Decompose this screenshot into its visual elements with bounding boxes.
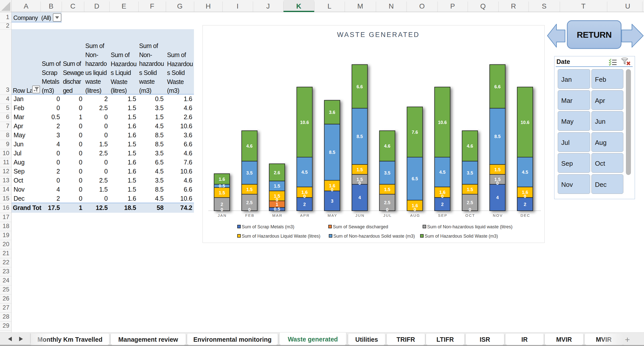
svg-text:1.5: 1.5 — [274, 184, 280, 189]
svg-text:Sum of Hazardous Solid Waste (: Sum of Hazardous Solid Waste (m3) — [425, 234, 498, 239]
svg-text:Sum of Non-hazardous liquid wa: Sum of Non-hazardous liquid waste (litre… — [427, 224, 512, 229]
svg-text:0: 0 — [496, 181, 499, 186]
svg-text:FEB: FEB — [245, 213, 255, 218]
svg-text:NOV: NOV — [493, 213, 503, 218]
svg-text:6.5: 6.5 — [412, 176, 418, 181]
svg-text:OCT: OCT — [465, 213, 475, 218]
svg-text:3.5: 3.5 — [246, 170, 253, 176]
svg-text:APR: APR — [300, 213, 310, 218]
svg-text:8.5: 8.5 — [329, 150, 335, 155]
svg-text:0: 0 — [441, 194, 444, 199]
svg-text:JAN: JAN — [218, 213, 227, 218]
svg-text:0: 0 — [221, 207, 223, 212]
svg-text:DEC: DEC — [520, 213, 530, 218]
svg-text:1.5: 1.5 — [494, 167, 501, 172]
svg-text:4: 4 — [358, 195, 361, 200]
svg-text:0.5: 0.5 — [219, 184, 225, 189]
svg-text:2: 2 — [221, 202, 223, 207]
svg-text:2.6: 2.6 — [274, 170, 280, 175]
svg-text:0: 0 — [358, 181, 361, 186]
svg-text:SEP: SEP — [438, 213, 448, 218]
svg-text:WASTE GENERATED: WASTE GENERATED — [337, 31, 420, 38]
svg-text:2.5: 2.5 — [246, 200, 253, 205]
svg-text:6.6: 6.6 — [356, 84, 363, 89]
svg-text:Sum of Non-hazardous Solid was: Sum of Non-hazardous Solid waste (m3) — [333, 234, 415, 239]
svg-text:4.6: 4.6 — [246, 144, 253, 149]
svg-text:1.5: 1.5 — [467, 187, 473, 192]
svg-text:1.5: 1.5 — [384, 187, 390, 192]
svg-text:8.5: 8.5 — [494, 134, 501, 139]
svg-text:4: 4 — [496, 195, 499, 200]
svg-text:1: 1 — [276, 202, 278, 207]
svg-text:6.6: 6.6 — [494, 84, 501, 89]
svg-text:3.5: 3.5 — [384, 170, 390, 176]
svg-text:0: 0 — [248, 207, 251, 212]
svg-text:0.5: 0.5 — [274, 207, 280, 212]
svg-text:1.6: 1.6 — [219, 177, 225, 182]
svg-text:4.6: 4.6 — [384, 144, 390, 149]
svg-text:2: 2 — [524, 202, 526, 207]
svg-text:0: 0 — [524, 194, 526, 199]
svg-text:3: 3 — [331, 199, 333, 204]
svg-text:8.5: 8.5 — [356, 134, 363, 139]
svg-text:4.6: 4.6 — [467, 144, 473, 149]
svg-text:1.5: 1.5 — [219, 190, 225, 195]
svg-text:1.5: 1.5 — [246, 187, 253, 192]
svg-text:MAR: MAR — [272, 213, 283, 218]
svg-text:Sum of Sewage discharged: Sum of Sewage discharged — [333, 224, 388, 229]
svg-text:3.6: 3.6 — [329, 110, 335, 115]
svg-text:1.5: 1.5 — [356, 167, 363, 172]
svg-text:10.6: 10.6 — [300, 120, 309, 125]
svg-text:2.5: 2.5 — [384, 200, 390, 205]
svg-text:Sum of Hazardous Liquid Waste: Sum of Hazardous Liquid Waste (litres) — [242, 234, 320, 239]
svg-text:JUL: JUL — [383, 213, 392, 218]
svg-text:JUN: JUN — [355, 213, 365, 218]
svg-text:2.5: 2.5 — [467, 200, 473, 205]
svg-text:4.5: 4.5 — [439, 170, 446, 175]
svg-text:4.5: 4.5 — [522, 170, 528, 175]
svg-text:3.5: 3.5 — [467, 170, 473, 176]
svg-text:10.6: 10.6 — [438, 120, 447, 125]
svg-text:2: 2 — [303, 202, 306, 207]
svg-text:0: 0 — [386, 207, 388, 212]
svg-text:10.6: 10.6 — [520, 120, 529, 125]
svg-text:0: 0 — [276, 197, 278, 202]
svg-text:0: 0 — [414, 207, 416, 212]
svg-text:7.6: 7.6 — [412, 130, 418, 135]
svg-text:0: 0 — [303, 194, 306, 199]
svg-text:0: 0 — [469, 207, 471, 212]
svg-text:Sum of Scrap Metals (m3): Sum of Scrap Metals (m3) — [242, 224, 294, 229]
svg-text:0: 0 — [331, 187, 333, 192]
svg-text:2: 2 — [441, 202, 444, 207]
svg-text:AUG: AUG — [410, 213, 420, 218]
svg-text:RETURN: RETURN — [577, 30, 612, 39]
svg-text:MAY: MAY — [328, 213, 337, 218]
svg-text:4.5: 4.5 — [301, 170, 308, 175]
